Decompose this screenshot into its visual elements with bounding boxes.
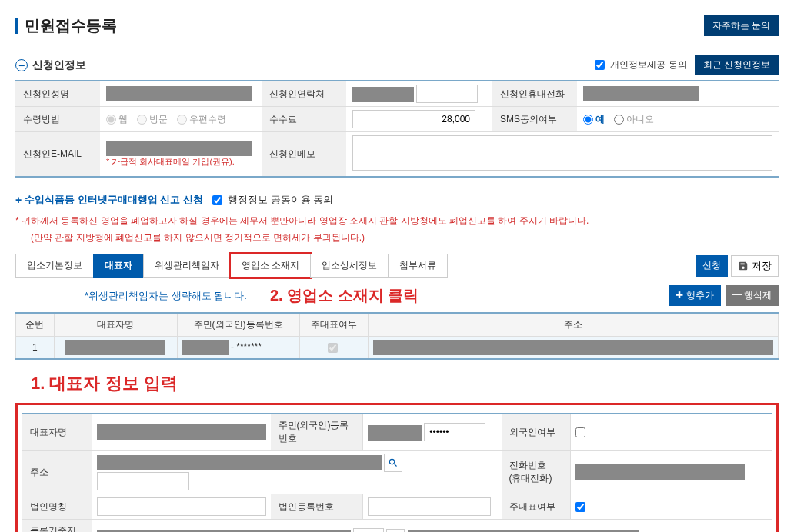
sms-yes[interactable]: 예 xyxy=(583,113,605,126)
email-hint: * 가급적 회사대표메일 기입(권유). xyxy=(106,157,235,166)
add-row-button[interactable]: ✚ 행추가 xyxy=(669,285,720,306)
cell-rep-name xyxy=(65,340,165,355)
representative-detail-table: 대표자명 주민(외국인)등록번호 외국인여부 주소 전화번호 (휴대전화) xyxy=(22,413,772,532)
page-title: 민원접수등록 xyxy=(15,15,117,36)
label-rep-addr: 주소 xyxy=(22,451,92,494)
representative-detail-box: 대표자명 주민(외국인)등록번호 외국인여부 주소 전화번호 (휴대전화) xyxy=(15,403,779,532)
sms-no[interactable]: 아니오 xyxy=(614,113,654,126)
cell-primary-checkbox xyxy=(328,343,338,353)
rep-phone-value xyxy=(575,464,745,480)
annotation-step-1: 1. 대표자 정보 입력 xyxy=(31,372,779,395)
applicant-section-title: 신청인정보 xyxy=(32,58,86,72)
label-rep-rrn: 주민(외국인)등록번호 xyxy=(271,414,363,451)
tab-detail-info[interactable]: 업소상세정보 xyxy=(310,254,389,278)
applicant-contact-input[interactable] xyxy=(416,85,478,103)
foreigner-checkbox[interactable] xyxy=(575,427,585,437)
admin-share-label: 행정정보 공동이용 동의 xyxy=(228,193,333,207)
tab-representative[interactable]: 대표자 xyxy=(93,254,144,278)
fee-input[interactable] xyxy=(352,110,475,128)
page-title-text: 민원접수등록 xyxy=(25,15,117,36)
applicant-contact-value xyxy=(352,87,414,102)
applicant-info-table: 신청인성명 신청인연락처 신청인휴대전화 수령방법 웹 방문 우편수령 수수료 … xyxy=(15,80,779,178)
search-icon xyxy=(388,457,399,468)
label-email: 신청인E-MAIL xyxy=(15,132,100,178)
label-applicant-contact: 신청인연락처 xyxy=(262,81,346,107)
tab-basic-info[interactable]: 업소기본정보 xyxy=(15,254,94,278)
label-rep-name: 대표자명 xyxy=(22,414,92,451)
corp-no-input[interactable] xyxy=(368,497,491,516)
col-primary: 주대표여부 xyxy=(299,313,368,337)
admin-share-consent[interactable]: 행정정보 공동이용 동의 xyxy=(212,193,333,207)
rep-rrn-back-input[interactable] xyxy=(424,423,485,441)
delete-row-button[interactable]: ━ 행삭제 xyxy=(726,285,779,306)
cell-addr xyxy=(373,340,773,355)
col-addr: 주소 xyxy=(369,313,779,337)
warning-text: * 귀하께서 등록하신 영업을 폐업하고자 하실 경우에는 세무서 뿐만아니라 … xyxy=(15,213,779,246)
tabs-bar: 업소기본정보 대표자 위생관리책임자 영업소 소재지 업소상세정보 첨부서류 신… xyxy=(15,254,779,278)
cell-seq: 1 xyxy=(16,337,55,360)
label-corp-no: 법인등록번호 xyxy=(271,494,363,520)
privacy-consent[interactable]: 개인정보제공 동의 xyxy=(595,58,686,71)
rep-name-value xyxy=(97,424,266,440)
label-receive-method: 수령방법 xyxy=(15,107,100,132)
note-hygiene-skip: *위생관리책임자는 생략해도 됩니다. xyxy=(15,289,247,303)
sms-consent-group: 예 아니오 xyxy=(583,113,772,126)
applicant-email-value xyxy=(106,141,252,156)
warning-line-2: (만약 관할 지방청에 폐업신고를 하지 않으시면 정기적으로 면허세가 부과됩… xyxy=(15,230,779,247)
label-primary-rep: 주대표여부 xyxy=(502,494,571,520)
tab-hygiene-manager[interactable]: 위생관리책임자 xyxy=(143,254,231,278)
plus-icon: + xyxy=(15,194,22,206)
tab-business-location[interactable]: 영업소 소재지 xyxy=(230,254,311,278)
receive-visit[interactable]: 방문 xyxy=(137,113,168,126)
primary-rep-checkbox[interactable] xyxy=(575,502,585,512)
applicant-mobile-value xyxy=(583,86,699,101)
collapse-icon[interactable]: − xyxy=(15,59,28,71)
request-title: 수입식품등 인터넷구매대행업 신고 신청 xyxy=(25,193,203,207)
privacy-consent-checkbox[interactable] xyxy=(595,60,605,70)
label-corp-name: 법인명칭 xyxy=(22,494,92,520)
label-foreigner: 외국인여부 xyxy=(502,414,571,451)
privacy-consent-label: 개인정보제공 동의 xyxy=(610,58,686,71)
col-rep-name: 대표자명 xyxy=(54,313,177,337)
corp-name-input[interactable] xyxy=(97,497,266,516)
cell-rrn-mask: - ******* xyxy=(231,341,262,352)
cell-rrn-front xyxy=(182,340,229,355)
warning-line-1: * 귀하께서 등록하신 영업을 폐업하고자 하실 경우에는 세무서 뿐만아니라 … xyxy=(15,213,779,230)
admin-share-checkbox[interactable] xyxy=(212,195,222,205)
label-sms-consent: SMS동의여부 xyxy=(492,107,577,132)
label-applicant-name: 신청인성명 xyxy=(15,81,100,107)
reg-base-search-button[interactable] xyxy=(386,529,405,532)
apply-button[interactable]: 신청 xyxy=(696,255,728,277)
save-button[interactable]: 저장 xyxy=(731,255,779,277)
reg-base-code-input[interactable] xyxy=(353,528,384,532)
label-rep-phone: 전화번호 (휴대전화) xyxy=(502,451,571,494)
label-applicant-mobile: 신청인휴대전화 xyxy=(492,81,577,107)
tab-attachments[interactable]: 첨부서류 xyxy=(388,254,448,278)
faq-button[interactable]: 자주하는 문의 xyxy=(704,15,779,36)
table-row[interactable]: 1 - ******* xyxy=(16,337,779,360)
label-memo: 신청인메모 xyxy=(262,132,346,178)
title-accent-bar xyxy=(15,18,18,34)
rep-addr-value xyxy=(97,455,382,470)
rep-addr-detail-input[interactable] xyxy=(97,472,189,490)
recent-applicant-button[interactable]: 최근 신청인정보 xyxy=(695,55,779,75)
rep-rrn-front xyxy=(368,425,422,441)
receive-method-group: 웹 방문 우편수령 xyxy=(106,113,255,126)
applicant-memo-input[interactable] xyxy=(352,135,772,171)
annotation-step-2: 2. 영업소 소재지 클릭 xyxy=(270,285,419,306)
label-reg-base: 등록기준지 (구)본적지 xyxy=(22,520,92,532)
col-rrn: 주민(외국인)등록번호 xyxy=(177,313,299,337)
receive-post[interactable]: 우편수령 xyxy=(177,113,226,126)
save-button-label: 저장 xyxy=(752,259,772,273)
label-fee: 수수료 xyxy=(262,107,346,132)
receive-web[interactable]: 웹 xyxy=(106,113,128,126)
representative-grid: 순번 대표자명 주민(외국인)등록번호 주대표여부 주소 1 - ******* xyxy=(15,312,779,360)
save-icon xyxy=(738,261,749,271)
col-seq: 순번 xyxy=(16,313,55,337)
applicant-name-value xyxy=(106,86,252,101)
addr-search-button[interactable] xyxy=(384,454,402,472)
